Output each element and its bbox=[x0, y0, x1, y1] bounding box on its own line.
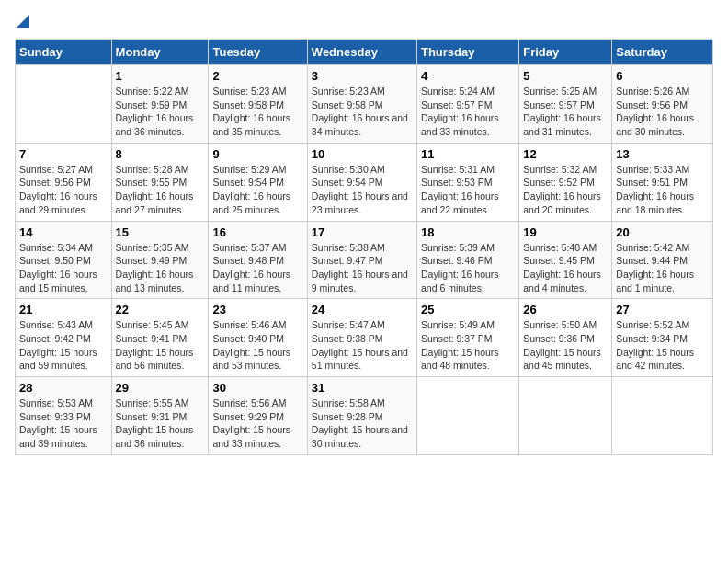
day-detail: Sunrise: 5:23 AMSunset: 9:58 PMDaylight:… bbox=[312, 85, 413, 139]
day-detail: Sunrise: 5:56 AMSunset: 9:29 PMDaylight:… bbox=[212, 396, 302, 451]
day-detail: Sunrise: 5:23 AMSunset: 9:58 PMDaylight:… bbox=[212, 85, 302, 139]
day-number: 15 bbox=[116, 225, 205, 239]
day-detail: Sunrise: 5:28 AMSunset: 9:55 PMDaylight:… bbox=[116, 163, 205, 217]
calendar-cell: 22Sunrise: 5:45 AMSunset: 9:41 PMDayligh… bbox=[111, 299, 209, 377]
calendar-cell: 23Sunrise: 5:46 AMSunset: 9:40 PMDayligh… bbox=[209, 299, 307, 377]
calendar-cell: 16Sunrise: 5:37 AMSunset: 9:48 PMDayligh… bbox=[209, 221, 307, 299]
calendar-cell: 30Sunrise: 5:56 AMSunset: 9:29 PMDayligh… bbox=[209, 377, 307, 455]
calendar-cell: 21Sunrise: 5:43 AMSunset: 9:42 PMDayligh… bbox=[16, 299, 112, 377]
header bbox=[15, 15, 713, 31]
column-header-wednesday: Wednesday bbox=[307, 40, 416, 65]
day-number: 18 bbox=[421, 225, 515, 239]
day-number: 17 bbox=[312, 225, 413, 239]
calendar-cell: 2Sunrise: 5:23 AMSunset: 9:58 PMDaylight… bbox=[209, 65, 307, 144]
calendar-cell: 31Sunrise: 5:58 AMSunset: 9:28 PMDayligh… bbox=[307, 377, 416, 455]
day-number: 12 bbox=[523, 147, 608, 161]
day-number: 5 bbox=[523, 69, 608, 83]
day-number: 8 bbox=[116, 147, 205, 161]
day-detail: Sunrise: 5:43 AMSunset: 9:42 PMDaylight:… bbox=[19, 318, 108, 373]
day-detail: Sunrise: 5:29 AMSunset: 9:54 PMDaylight:… bbox=[212, 163, 302, 217]
calendar-cell: 5Sunrise: 5:25 AMSunset: 9:57 PMDaylight… bbox=[519, 65, 612, 144]
day-number: 22 bbox=[116, 303, 205, 316]
day-number: 10 bbox=[312, 147, 413, 161]
day-number: 7 bbox=[19, 147, 108, 161]
calendar-cell: 4Sunrise: 5:24 AMSunset: 9:57 PMDaylight… bbox=[416, 65, 518, 144]
day-detail: Sunrise: 5:37 AMSunset: 9:48 PMDaylight:… bbox=[212, 241, 302, 295]
logo-triangle-icon bbox=[17, 15, 29, 31]
day-detail: Sunrise: 5:55 AMSunset: 9:31 PMDaylight:… bbox=[116, 396, 205, 451]
calendar-cell: 10Sunrise: 5:30 AMSunset: 9:54 PMDayligh… bbox=[307, 143, 416, 221]
calendar-cell: 12Sunrise: 5:32 AMSunset: 9:52 PMDayligh… bbox=[519, 143, 612, 221]
calendar-cell bbox=[416, 377, 518, 455]
calendar-cell bbox=[519, 377, 612, 455]
day-number: 27 bbox=[616, 303, 709, 316]
day-number: 9 bbox=[212, 147, 302, 161]
calendar-week-5: 28Sunrise: 5:53 AMSunset: 9:33 PMDayligh… bbox=[16, 377, 713, 455]
calendar-cell: 26Sunrise: 5:50 AMSunset: 9:36 PMDayligh… bbox=[519, 299, 612, 377]
calendar-cell: 3Sunrise: 5:23 AMSunset: 9:58 PMDaylight… bbox=[307, 65, 416, 144]
calendar-cell bbox=[16, 65, 112, 144]
day-number: 2 bbox=[212, 69, 302, 83]
column-header-friday: Friday bbox=[519, 40, 612, 65]
column-header-monday: Monday bbox=[111, 40, 209, 65]
calendar-cell: 13Sunrise: 5:33 AMSunset: 9:51 PMDayligh… bbox=[612, 143, 713, 221]
calendar-cell: 28Sunrise: 5:53 AMSunset: 9:33 PMDayligh… bbox=[16, 377, 112, 455]
day-detail: Sunrise: 5:32 AMSunset: 9:52 PMDaylight:… bbox=[523, 163, 608, 217]
calendar-cell: 1Sunrise: 5:22 AMSunset: 9:59 PMDaylight… bbox=[111, 65, 209, 144]
day-number: 3 bbox=[312, 69, 413, 83]
day-detail: Sunrise: 5:47 AMSunset: 9:38 PMDaylight:… bbox=[312, 318, 413, 373]
calendar-table: SundayMondayTuesdayWednesdayThursdayFrid… bbox=[15, 39, 713, 455]
day-detail: Sunrise: 5:30 AMSunset: 9:54 PMDaylight:… bbox=[312, 163, 413, 217]
day-detail: Sunrise: 5:45 AMSunset: 9:41 PMDaylight:… bbox=[116, 318, 205, 373]
day-number: 16 bbox=[212, 225, 302, 239]
day-detail: Sunrise: 5:52 AMSunset: 9:34 PMDaylight:… bbox=[616, 318, 709, 373]
column-header-sunday: Sunday bbox=[16, 40, 112, 65]
day-detail: Sunrise: 5:31 AMSunset: 9:53 PMDaylight:… bbox=[421, 163, 515, 217]
day-number: 23 bbox=[212, 303, 302, 316]
calendar-cell bbox=[612, 377, 713, 455]
day-detail: Sunrise: 5:38 AMSunset: 9:47 PMDaylight:… bbox=[312, 241, 413, 295]
day-detail: Sunrise: 5:27 AMSunset: 9:56 PMDaylight:… bbox=[19, 163, 108, 217]
calendar-cell: 6Sunrise: 5:26 AMSunset: 9:56 PMDaylight… bbox=[612, 65, 713, 144]
calendar-cell: 15Sunrise: 5:35 AMSunset: 9:49 PMDayligh… bbox=[111, 221, 209, 299]
day-detail: Sunrise: 5:58 AMSunset: 9:28 PMDaylight:… bbox=[312, 396, 413, 451]
header-row: SundayMondayTuesdayWednesdayThursdayFrid… bbox=[16, 40, 713, 65]
calendar-cell: 8Sunrise: 5:28 AMSunset: 9:55 PMDaylight… bbox=[111, 143, 209, 221]
day-number: 26 bbox=[523, 303, 608, 316]
day-number: 24 bbox=[312, 303, 413, 316]
calendar-cell: 20Sunrise: 5:42 AMSunset: 9:44 PMDayligh… bbox=[612, 221, 713, 299]
day-detail: Sunrise: 5:24 AMSunset: 9:57 PMDaylight:… bbox=[421, 85, 515, 139]
day-number: 14 bbox=[19, 225, 108, 239]
day-detail: Sunrise: 5:39 AMSunset: 9:46 PMDaylight:… bbox=[421, 241, 515, 295]
svg-marker-0 bbox=[17, 15, 29, 28]
day-detail: Sunrise: 5:33 AMSunset: 9:51 PMDaylight:… bbox=[616, 163, 709, 217]
day-number: 1 bbox=[116, 69, 205, 83]
day-number: 21 bbox=[19, 303, 108, 316]
day-detail: Sunrise: 5:49 AMSunset: 9:37 PMDaylight:… bbox=[421, 318, 515, 373]
day-number: 6 bbox=[616, 69, 709, 83]
day-number: 11 bbox=[421, 147, 515, 161]
day-number: 30 bbox=[212, 381, 302, 395]
day-detail: Sunrise: 5:42 AMSunset: 9:44 PMDaylight:… bbox=[616, 241, 709, 295]
day-detail: Sunrise: 5:50 AMSunset: 9:36 PMDaylight:… bbox=[523, 318, 608, 373]
day-number: 29 bbox=[116, 381, 205, 395]
day-number: 20 bbox=[616, 225, 709, 239]
calendar-cell: 27Sunrise: 5:52 AMSunset: 9:34 PMDayligh… bbox=[612, 299, 713, 377]
day-detail: Sunrise: 5:34 AMSunset: 9:50 PMDaylight:… bbox=[19, 241, 108, 295]
day-detail: Sunrise: 5:40 AMSunset: 9:45 PMDaylight:… bbox=[523, 241, 608, 295]
day-number: 25 bbox=[421, 303, 515, 316]
calendar-week-3: 14Sunrise: 5:34 AMSunset: 9:50 PMDayligh… bbox=[16, 221, 713, 299]
calendar-cell: 17Sunrise: 5:38 AMSunset: 9:47 PMDayligh… bbox=[307, 221, 416, 299]
calendar-cell: 14Sunrise: 5:34 AMSunset: 9:50 PMDayligh… bbox=[16, 221, 112, 299]
calendar-cell: 24Sunrise: 5:47 AMSunset: 9:38 PMDayligh… bbox=[307, 299, 416, 377]
day-number: 31 bbox=[312, 381, 413, 395]
column-header-thursday: Thursday bbox=[416, 40, 518, 65]
day-number: 28 bbox=[19, 381, 108, 395]
column-header-saturday: Saturday bbox=[612, 40, 713, 65]
day-number: 4 bbox=[421, 69, 515, 83]
logo bbox=[15, 15, 29, 31]
day-detail: Sunrise: 5:25 AMSunset: 9:57 PMDaylight:… bbox=[523, 85, 608, 139]
day-detail: Sunrise: 5:53 AMSunset: 9:33 PMDaylight:… bbox=[19, 396, 108, 451]
day-detail: Sunrise: 5:22 AMSunset: 9:59 PMDaylight:… bbox=[116, 85, 205, 139]
column-header-tuesday: Tuesday bbox=[209, 40, 307, 65]
